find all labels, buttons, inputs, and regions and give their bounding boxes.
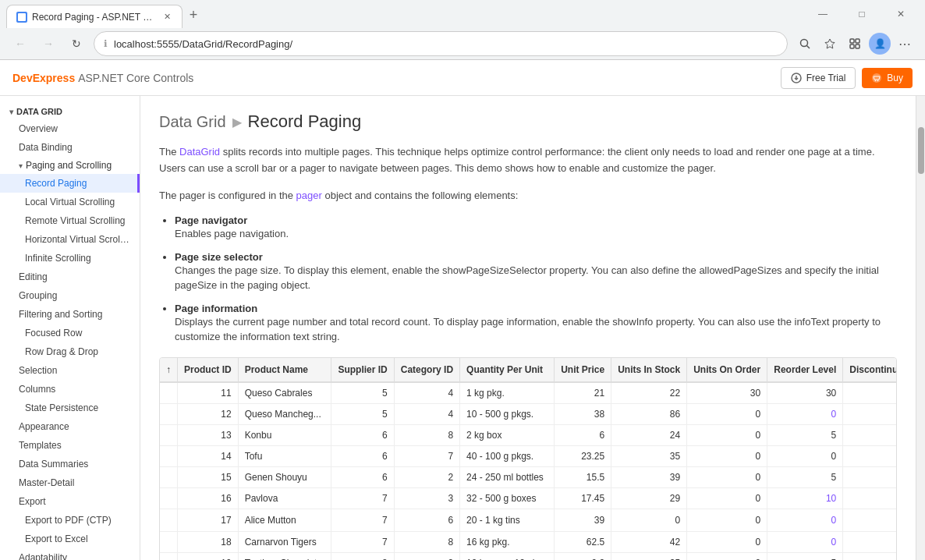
url-text: localhost:5555/DataGrid/RecordPaging/	[114, 38, 778, 50]
title-bar: Record Paging - ASP.NET Core D ✕ + — □ ✕	[0, 0, 925, 28]
allowed-page-sizes-link[interactable]: allowedPageSizes	[699, 264, 781, 276]
col-quantity[interactable]: Quantity Per Unit	[460, 358, 555, 382]
sidebar-item-record-paging[interactable]: Record Paging	[0, 174, 140, 193]
maximize-button[interactable]: □	[844, 0, 880, 28]
cell-quantity: 20 - 1 kg tins	[460, 509, 555, 531]
cell-quantity: 40 - 100 g pkgs.	[460, 445, 555, 466]
cell-reorder: 10	[767, 487, 843, 509]
sidebar-item-row-drag-drop[interactable]: Row Drag & Drop	[0, 342, 140, 361]
tab-icon	[16, 12, 27, 23]
col-category-id[interactable]: Category ID	[394, 358, 459, 382]
sidebar-item-filtering-sorting[interactable]: Filtering and Sorting	[0, 305, 140, 324]
minimize-button[interactable]: —	[805, 0, 841, 28]
paging-link[interactable]: paging	[247, 279, 278, 291]
grid-header: ↑ Product ID Product Name Supplier ID Ca…	[160, 358, 897, 382]
buy-button[interactable]: Buy	[862, 68, 913, 88]
sidebar-item-data-summaries[interactable]: Data Summaries	[0, 455, 140, 473]
app-brand: DevExpress ASP.NET Core Controls	[12, 72, 193, 84]
sidebar-item-grouping[interactable]: Grouping	[0, 286, 140, 305]
download-icon	[791, 73, 802, 83]
scrollbar-thumb[interactable]	[918, 127, 924, 174]
cell-discontinued	[843, 487, 897, 509]
sidebar-item-overview[interactable]: Overview	[0, 119, 140, 138]
pager-link[interactable]: pager	[296, 190, 322, 201]
section-label-data-grid: DATA GRID	[16, 107, 62, 116]
show-page-size-selector-link[interactable]: showPageSizeSelector	[442, 264, 547, 276]
table-row: 16 Pavlova 7 3 32 - 500 g boxes 17.45 29…	[160, 487, 897, 509]
sidebar-item-state-persistence[interactable]: State Persistence	[0, 399, 140, 417]
col-sort[interactable]: ↑	[160, 358, 178, 382]
cell-units-stock: 24	[611, 424, 687, 445]
sidebar-subsection-paging-scrolling[interactable]: ▾ Paging and Scrolling	[0, 157, 140, 174]
cell-reorder: 5	[767, 466, 843, 487]
datagrid-link[interactable]: DataGrid	[179, 146, 220, 158]
sidebar-item-columns[interactable]: Columns	[0, 380, 140, 399]
col-product-name[interactable]: Product Name	[238, 358, 331, 382]
new-tab-button[interactable]: +	[183, 4, 204, 26]
cell-price: 38	[555, 403, 611, 424]
cell-reorder: 5	[767, 424, 843, 445]
cell-price: 15.5	[555, 466, 611, 487]
url-bar[interactable]: ℹ localhost:5555/DataGrid/RecordPaging/	[94, 31, 788, 56]
section-toggle-icon: ▾	[9, 108, 13, 116]
scrollbar-track[interactable]	[916, 96, 925, 560]
sidebar-item-export[interactable]: Export	[0, 492, 140, 511]
sidebar-item-appearance[interactable]: Appearance	[0, 417, 140, 436]
cell-sort	[160, 466, 178, 487]
collections-icon-btn[interactable]	[844, 33, 866, 55]
cell-id: 17	[178, 509, 239, 531]
sidebar-item-remote-virtual-scrolling[interactable]: Remote Virtual Scrolling	[0, 211, 140, 230]
col-supplier-id[interactable]: Supplier ID	[331, 358, 394, 382]
cell-sort	[160, 509, 178, 531]
svg-point-12	[877, 80, 879, 81]
cell-reorder: 0	[767, 531, 843, 552]
sidebar-item-infinite-scrolling[interactable]: Infinite Scrolling	[0, 249, 140, 268]
forward-button[interactable]: →	[37, 33, 59, 55]
sidebar-item-data-binding[interactable]: Data Binding	[0, 138, 140, 157]
sidebar-item-master-detail[interactable]: Master-Detail	[0, 473, 140, 492]
sidebar-item-local-virtual-scrolling[interactable]: Local Virtual Scrolling	[0, 193, 140, 211]
cell-supplier: 8	[331, 552, 394, 560]
free-trial-button[interactable]: Free Trial	[781, 67, 856, 89]
sidebar-item-templates[interactable]: Templates	[0, 436, 140, 455]
cell-reorder: 5	[767, 552, 843, 560]
browser-action-icons: 👤 ⋯	[794, 33, 916, 55]
cell-quantity: 24 - 250 ml bottles	[460, 466, 555, 487]
col-units-stock[interactable]: Units In Stock	[611, 358, 687, 382]
sidebar-item-horizontal-virtual-scrolling[interactable]: Horizontal Virtual Scrolling	[0, 230, 140, 249]
bullet-desc-navigator: Enables page navigation.	[175, 226, 897, 242]
info-text-link[interactable]: infoText	[795, 316, 830, 328]
sidebar-item-export-pdf[interactable]: Export to PDF (CTP)	[0, 511, 140, 530]
cell-id: 18	[178, 531, 239, 552]
cell-reorder: 0	[767, 403, 843, 424]
cell-quantity: 16 kg pkg.	[460, 531, 555, 552]
col-units-order[interactable]: Units On Order	[687, 358, 767, 382]
sidebar-item-focused-row[interactable]: Focused Row	[0, 324, 140, 342]
show-info-link[interactable]: showInfo	[612, 316, 653, 328]
sidebar-item-export-excel[interactable]: Export to Excel	[0, 530, 140, 548]
favorites-icon-btn[interactable]	[819, 33, 841, 55]
features-list: Page navigator Enables page navigation. …	[175, 214, 897, 345]
cell-price: 17.45	[555, 487, 611, 509]
sidebar-section-data-grid[interactable]: ▾ DATA GRID	[0, 102, 140, 119]
sidebar-item-selection[interactable]: Selection	[0, 361, 140, 380]
cell-quantity: 1 kg pkg.	[460, 382, 555, 404]
tab-close-button[interactable]: ✕	[161, 12, 172, 23]
cell-price: 21	[555, 382, 611, 404]
col-reorder[interactable]: Reorder Level	[767, 358, 843, 382]
sidebar-item-adaptability[interactable]: Adaptability	[0, 548, 140, 560]
search-icon-btn[interactable]	[794, 33, 816, 55]
cell-reorder: 0	[767, 445, 843, 466]
back-button[interactable]: ←	[9, 33, 31, 55]
close-button[interactable]: ✕	[883, 0, 919, 28]
page-size-link[interactable]: pageSize	[175, 279, 217, 291]
cell-reorder: 30	[767, 382, 843, 404]
profile-icon[interactable]: 👤	[869, 33, 891, 55]
more-options-button[interactable]: ⋯	[894, 33, 916, 55]
sidebar-item-editing[interactable]: Editing	[0, 268, 140, 286]
refresh-button[interactable]: ↻	[66, 33, 87, 55]
col-unit-price[interactable]: Unit Price	[555, 358, 611, 382]
col-product-id[interactable]: Product ID	[178, 358, 239, 382]
browser-tab[interactable]: Record Paging - ASP.NET Core D ✕	[6, 5, 183, 28]
col-discontinued[interactable]: Discontinued	[843, 358, 897, 382]
